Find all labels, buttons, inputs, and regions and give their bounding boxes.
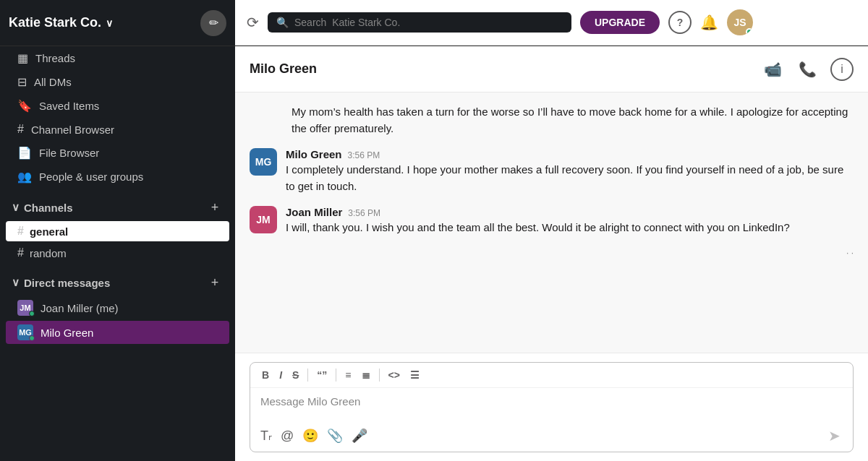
sidebar: ▦ Threads ⊟ All DMs 🔖 Saved Items # Chan… — [0, 46, 235, 461]
message-avatar: MG — [250, 148, 277, 176]
sidebar-item-all-dms[interactable]: ⊟ All DMs — [6, 71, 229, 93]
sidebar-item-label: Channel Browser — [31, 124, 114, 136]
dms-icon: ⊟ — [17, 75, 27, 89]
channels-section-title[interactable]: ∨ Channels — [12, 201, 73, 214]
attach-button[interactable]: 📎 — [324, 425, 346, 447]
send-button[interactable]: ➤ — [822, 424, 846, 447]
topbar: Katie Stark Co. ∨ ✏ ⟳ 🔍 UPGRADE ? 🔔 JS — [0, 0, 868, 46]
dm-avatar-milo: MG — [17, 324, 33, 340]
workspace-name[interactable]: Katie Stark Co. ∨ — [9, 15, 113, 30]
dms-section-title[interactable]: ∨ Direct messages — [12, 276, 110, 289]
channel-name: general — [30, 225, 68, 238]
sidebar-item-label: File Browser — [39, 147, 99, 159]
chat-header-actions: 📹 📞 i — [761, 58, 854, 81]
composer-box: B I S “” ≡ ≣ <> ☰ Message Milo Green Tᵣ … — [250, 362, 854, 452]
dm-name: Joan Miller (me) — [41, 302, 119, 314]
sidebar-item-label: Threads — [35, 52, 75, 64]
unordered-list-button[interactable]: ≣ — [357, 367, 375, 383]
message-text: I completely understand. I hope your mot… — [286, 162, 854, 194]
message-text: I will, thank you. I wish you and the te… — [286, 220, 854, 236]
add-dm-button[interactable]: + — [206, 274, 224, 291]
code-block-button[interactable]: ☰ — [406, 367, 424, 383]
dm-avatar-joan: JM — [17, 300, 33, 316]
composer-toolbar: B I S “” ≡ ≣ <> ☰ — [250, 363, 853, 388]
message-meta: Milo Green 3:56 PM — [286, 148, 854, 160]
status-dot — [29, 335, 35, 341]
channel-random[interactable]: # random — [6, 243, 229, 263]
mention-button[interactable]: @ — [278, 426, 297, 447]
dms-section: ∨ Direct messages + — [0, 270, 235, 296]
chat-header: Milo Green 📹 📞 i — [235, 46, 868, 92]
message-item: MG Milo Green 3:56 PM I completely under… — [250, 148, 854, 194]
channel-name: random — [30, 247, 67, 259]
channel-general[interactable]: # general — [6, 221, 229, 241]
hash-icon: # — [17, 225, 24, 238]
dm-name: Milo Green — [41, 327, 93, 339]
message-author: Milo Green — [286, 148, 342, 160]
sidebar-item-label: Saved Items — [39, 100, 99, 112]
message-avatar: JM — [250, 206, 277, 233]
message-item: JM Joan Miller 3:56 PM I will, thank you… — [250, 206, 854, 236]
italic-button[interactable]: I — [275, 367, 286, 383]
status-dot — [29, 311, 35, 316]
sidebar-item-label: People & user groups — [39, 171, 143, 183]
people-icon: 👥 — [17, 170, 32, 184]
chevron-down-icon: ∨ — [12, 276, 20, 289]
message-author: Joan Miller — [286, 206, 342, 218]
messages-container: My mom’s health has taken a turn for the… — [235, 92, 868, 353]
notifications-button[interactable]: 🔔 — [700, 14, 718, 31]
message-item: My mom’s health has taken a turn for the… — [250, 104, 854, 137]
channel-browser-icon: # — [17, 123, 24, 136]
avatar-initials: JS — [733, 17, 746, 28]
sidebar-item-saved-items[interactable]: 🔖 Saved Items — [6, 95, 229, 117]
video-call-button[interactable]: 📹 — [761, 58, 784, 81]
topbar-left: Katie Stark Co. ∨ ✏ — [0, 0, 235, 46]
dm-milo-green[interactable]: MG Milo Green — [6, 321, 229, 344]
audio-button[interactable]: 🎤 — [349, 425, 370, 447]
hash-icon: # — [17, 246, 24, 259]
message-content: Milo Green 3:56 PM I completely understa… — [286, 148, 854, 194]
compose-button[interactable]: ✏ — [200, 10, 226, 36]
search-bar[interactable]: 🔍 — [268, 12, 571, 33]
text-format-button[interactable]: Tᵣ — [258, 425, 275, 447]
code-button[interactable]: <> — [384, 367, 404, 383]
help-button[interactable]: ? — [668, 11, 692, 34]
message-time: 3:56 PM — [348, 150, 380, 160]
message-text: My mom’s health has taken a turn for the… — [292, 104, 854, 137]
toolbar-divider — [379, 369, 380, 382]
blockquote-button[interactable]: “” — [312, 367, 331, 383]
history-button[interactable]: ⟳ — [247, 14, 259, 31]
sidebar-item-channel-browser[interactable]: # Channel Browser — [6, 119, 229, 140]
sidebar-item-people[interactable]: 👥 People & user groups — [6, 165, 229, 188]
saved-icon: 🔖 — [17, 99, 32, 113]
dm-joan-miller[interactable]: JM Joan Miller (me) — [6, 296, 229, 319]
chat-title: Milo Green — [250, 61, 317, 77]
message-ellipsis: · · — [250, 248, 854, 258]
message-input[interactable]: Message Milo Green — [250, 388, 853, 420]
message-meta: Joan Miller 3:56 PM — [286, 206, 854, 218]
emoji-button[interactable]: 🙂 — [299, 425, 321, 447]
threads-icon: ▦ — [17, 51, 28, 65]
toolbar-divider — [336, 369, 336, 382]
message-content: Joan Miller 3:56 PM I will, thank you. I… — [286, 206, 854, 236]
add-channel-button[interactable]: + — [206, 199, 224, 216]
sidebar-item-file-browser[interactable]: 📄 File Browser — [6, 142, 229, 164]
workspace-name-label: Katie Stark Co. — [9, 15, 101, 30]
strikethrough-button[interactable]: S — [288, 367, 303, 383]
sidebar-item-threads[interactable]: ▦ Threads — [6, 47, 229, 69]
info-button[interactable]: i — [830, 58, 854, 81]
ordered-list-button[interactable]: ≡ — [341, 367, 355, 383]
chevron-down-icon: ∨ — [12, 201, 20, 214]
phone-call-button[interactable]: 📞 — [796, 58, 819, 81]
search-icon: 🔍 — [276, 17, 289, 28]
toolbar-divider — [307, 369, 308, 382]
search-input[interactable] — [294, 17, 563, 28]
bold-button[interactable]: B — [258, 367, 273, 383]
upgrade-button[interactable]: UPGRADE — [580, 11, 660, 34]
channels-section: ∨ Channels + — [0, 194, 235, 220]
sidebar-item-label: All DMs — [34, 76, 72, 88]
composer: B I S “” ≡ ≣ <> ☰ Message Milo Green Tᵣ … — [235, 353, 868, 461]
avatar[interactable]: JS — [727, 9, 753, 35]
chat-area: Milo Green 📹 📞 i My mom’s health has tak… — [235, 46, 868, 461]
chevron-down-icon: ∨ — [106, 17, 113, 29]
